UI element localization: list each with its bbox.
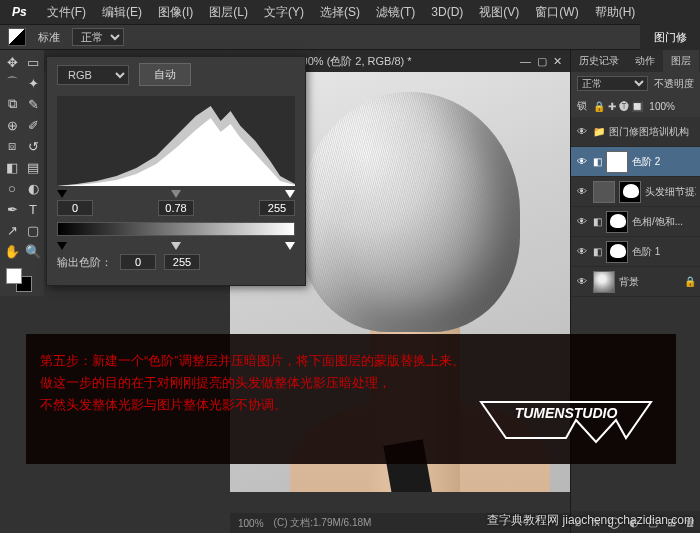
menu-help[interactable]: 帮助(H) (589, 2, 642, 23)
group-name: 图门修图培训机构 (609, 125, 696, 139)
foreground-color[interactable] (6, 268, 22, 284)
tutorial-overlay: 第五步：新建一个“色阶”调整层并压暗图片，将下面图层的蒙版替换上来。 做这一步的… (26, 334, 676, 464)
stamp-tool[interactable]: ⧇ (2, 136, 22, 156)
move-tool[interactable]: ✥ (2, 52, 22, 72)
opacity-label: 不透明度 (654, 77, 694, 91)
adj-icon: ◧ (593, 246, 602, 257)
marquee-tool[interactable]: ▭ (23, 52, 43, 72)
menu-text[interactable]: 文字(Y) (258, 2, 310, 23)
black-point-slider[interactable] (57, 190, 67, 198)
layer-name: 色阶 2 (632, 155, 696, 169)
histogram (57, 96, 295, 186)
minimize-icon[interactable]: — (520, 55, 531, 67)
healing-tool[interactable]: ⊕ (2, 115, 22, 135)
menu-window[interactable]: 窗口(W) (529, 2, 584, 23)
layer-name: 背景 (619, 275, 680, 289)
lock-icons[interactable]: 🔒 ✚ 🅣 🔲 (593, 101, 643, 112)
layer-thumb[interactable] (593, 271, 615, 293)
levels-panel: RGB 自动 输出色阶： (46, 56, 306, 286)
right-tab-label[interactable]: 图门修 (640, 24, 700, 50)
input-white-field[interactable] (259, 200, 295, 216)
menu-3d[interactable]: 3D(D) (425, 3, 469, 21)
menu-edit[interactable]: 编辑(E) (96, 2, 148, 23)
input-sliders[interactable] (57, 190, 295, 198)
close-icon[interactable]: ✕ (553, 55, 562, 68)
layer-hair-detail[interactable]: 👁 头发细节提取 (571, 177, 700, 207)
mask-thumb[interactable] (606, 241, 628, 263)
lasso-tool[interactable]: ⌒ (2, 73, 22, 93)
type-tool[interactable]: T (23, 199, 43, 219)
watermark: 查字典教程网 jiaocheng.chazidian.com (487, 512, 694, 529)
eyedropper-tool[interactable]: ✎ (23, 94, 43, 114)
channel-select[interactable]: RGB (57, 65, 129, 85)
gradient-tool[interactable]: ▤ (23, 157, 43, 177)
visibility-icon[interactable]: 👁 (575, 246, 589, 257)
visibility-icon[interactable]: 👁 (575, 126, 589, 137)
auto-button[interactable]: 自动 (139, 63, 191, 86)
layer-group[interactable]: 👁 📁 图门修图培训机构 (571, 117, 700, 147)
mask-thumb[interactable] (619, 181, 641, 203)
panel-tabs: 历史记录 动作 图层 (571, 50, 700, 72)
shape-tool[interactable]: ▢ (23, 220, 43, 240)
tab-actions[interactable]: 动作 (627, 50, 663, 72)
out-white-slider[interactable] (285, 242, 295, 250)
mask-thumb[interactable] (606, 151, 628, 173)
blur-tool[interactable]: ○ (2, 178, 22, 198)
input-black-field[interactable] (57, 200, 93, 216)
layer-hue-sat[interactable]: 👁 ◧ 色相/饱和... (571, 207, 700, 237)
hand-tool[interactable]: ✋ (2, 241, 22, 261)
output-sliders[interactable] (57, 242, 295, 250)
eraser-tool[interactable]: ◧ (2, 157, 22, 177)
tab-layers[interactable]: 图层 (663, 50, 699, 72)
menu-select[interactable]: 选择(S) (314, 2, 366, 23)
folder-icon: 📁 (593, 126, 605, 137)
tool-preset-swatch[interactable] (8, 28, 26, 46)
visibility-icon[interactable]: 👁 (575, 186, 589, 197)
visibility-icon[interactable]: 👁 (575, 276, 589, 287)
zoom-tool[interactable]: 🔍 (23, 241, 43, 261)
mode-label: 标准 (38, 30, 60, 45)
image-hair (300, 92, 520, 332)
output-white-field[interactable] (164, 254, 200, 270)
layer-thumb[interactable] (593, 181, 615, 203)
mask-thumb[interactable] (606, 211, 628, 233)
layer-blend-select[interactable]: 正常 (577, 76, 648, 91)
mid-point-slider[interactable] (171, 190, 181, 198)
path-tool[interactable]: ↗ (2, 220, 22, 240)
history-brush-tool[interactable]: ↺ (23, 136, 43, 156)
menu-filter[interactable]: 滤镜(T) (370, 2, 421, 23)
lock-icon: 🔒 (684, 276, 696, 287)
output-gradient[interactable] (57, 222, 295, 236)
input-mid-field[interactable] (158, 200, 194, 216)
crop-tool[interactable]: ⧉ (2, 94, 22, 114)
tab-history[interactable]: 历史记录 (571, 50, 627, 72)
out-black-slider[interactable] (57, 242, 67, 250)
menu-image[interactable]: 图像(I) (152, 2, 199, 23)
maximize-icon[interactable]: ▢ (537, 55, 547, 68)
pen-tool[interactable]: ✒ (2, 199, 22, 219)
dodge-tool[interactable]: ◐ (23, 178, 43, 198)
blend-mode-select[interactable]: 正常 (72, 28, 124, 46)
adj-icon: ◧ (593, 216, 602, 227)
zoom-value[interactable]: 100% (238, 518, 264, 529)
layer-levels-1[interactable]: 👁 ◧ 色阶 1 (571, 237, 700, 267)
layer-name: 色阶 1 (632, 245, 696, 259)
output-black-field[interactable] (120, 254, 156, 270)
layer-levels-2[interactable]: 👁 ◧ 色阶 2 (571, 147, 700, 177)
visibility-icon[interactable]: 👁 (575, 216, 589, 227)
output-label: 输出色阶： (57, 255, 112, 270)
menu-view[interactable]: 视图(V) (473, 2, 525, 23)
fill-value[interactable]: 100% (649, 101, 675, 112)
brush-tool[interactable]: ✐ (23, 115, 43, 135)
color-swatches[interactable] (2, 266, 43, 294)
menu-file[interactable]: 文件(F) (41, 2, 92, 23)
menu-layer[interactable]: 图层(L) (203, 2, 254, 23)
options-bar: 标准 正常 (0, 24, 700, 50)
lock-label: 锁 (577, 99, 587, 113)
visibility-icon[interactable]: 👁 (575, 156, 589, 167)
white-point-slider[interactable] (285, 190, 295, 198)
studio-logo: TUMENSTUDIO (476, 390, 656, 450)
layer-background[interactable]: 👁 背景 🔒 (571, 267, 700, 297)
tutorial-line-1: 第五步：新建一个“色阶”调整层并压暗图片，将下面图层的蒙版替换上来。 (40, 350, 662, 372)
wand-tool[interactable]: ✦ (23, 73, 43, 93)
